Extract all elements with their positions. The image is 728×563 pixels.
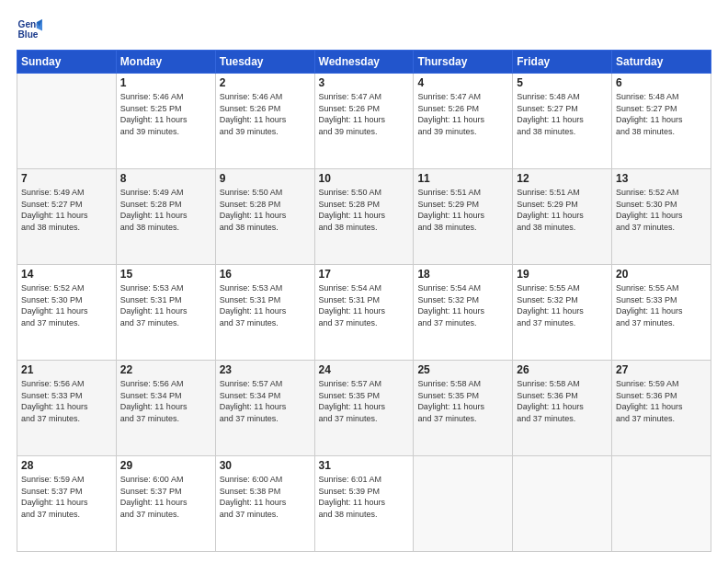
calendar-day-cell: 20Sunrise: 5:55 AM Sunset: 5:33 PM Dayli… xyxy=(612,265,711,361)
day-number: 7 xyxy=(21,172,112,185)
day-info: Sunrise: 5:53 AM Sunset: 5:31 PM Dayligh… xyxy=(120,282,211,328)
day-info: Sunrise: 6:00 AM Sunset: 5:37 PM Dayligh… xyxy=(120,474,211,520)
calendar-day-cell: 21Sunrise: 5:56 AM Sunset: 5:33 PM Dayli… xyxy=(17,361,117,456)
calendar-header-saturday: Saturday xyxy=(612,51,711,74)
day-number: 27 xyxy=(616,363,707,376)
calendar-week-row: 28Sunrise: 5:59 AM Sunset: 5:37 PM Dayli… xyxy=(17,456,711,552)
day-number: 31 xyxy=(319,459,410,472)
calendar-day-cell xyxy=(612,456,711,552)
calendar-day-cell: 23Sunrise: 5:57 AM Sunset: 5:34 PM Dayli… xyxy=(215,361,314,456)
day-number: 16 xyxy=(220,268,311,281)
day-number: 26 xyxy=(517,363,608,376)
calendar-day-cell xyxy=(414,456,513,552)
day-info: Sunrise: 5:55 AM Sunset: 5:32 PM Dayligh… xyxy=(517,282,608,328)
day-info: Sunrise: 5:50 AM Sunset: 5:28 PM Dayligh… xyxy=(220,187,311,233)
calendar-header-wednesday: Wednesday xyxy=(314,51,414,74)
day-number: 13 xyxy=(616,172,707,185)
calendar-day-cell: 12Sunrise: 5:51 AM Sunset: 5:29 PM Dayli… xyxy=(513,169,612,265)
day-number: 1 xyxy=(120,76,211,89)
calendar-day-cell: 27Sunrise: 5:59 AM Sunset: 5:36 PM Dayli… xyxy=(612,361,711,456)
day-number: 30 xyxy=(220,459,311,472)
day-info: Sunrise: 5:51 AM Sunset: 5:29 PM Dayligh… xyxy=(417,187,508,233)
calendar-day-cell: 11Sunrise: 5:51 AM Sunset: 5:29 PM Dayli… xyxy=(414,169,513,265)
calendar-header-thursday: Thursday xyxy=(414,51,513,74)
calendar-header-sunday: Sunday xyxy=(17,51,117,74)
calendar-day-cell: 16Sunrise: 5:53 AM Sunset: 5:31 PM Dayli… xyxy=(215,265,314,361)
day-info: Sunrise: 5:51 AM Sunset: 5:29 PM Dayligh… xyxy=(517,187,608,233)
calendar-day-cell: 7Sunrise: 5:49 AM Sunset: 5:27 PM Daylig… xyxy=(17,169,117,265)
calendar-day-cell: 24Sunrise: 5:57 AM Sunset: 5:35 PM Dayli… xyxy=(314,361,414,456)
day-info: Sunrise: 6:01 AM Sunset: 5:39 PM Dayligh… xyxy=(319,474,410,520)
calendar-day-cell xyxy=(513,456,612,552)
calendar-day-cell: 22Sunrise: 5:56 AM Sunset: 5:34 PM Dayli… xyxy=(116,361,215,456)
calendar-day-cell: 14Sunrise: 5:52 AM Sunset: 5:30 PM Dayli… xyxy=(17,265,117,361)
calendar-header-tuesday: Tuesday xyxy=(215,51,314,74)
day-info: Sunrise: 5:58 AM Sunset: 5:36 PM Dayligh… xyxy=(517,378,608,424)
day-number: 17 xyxy=(319,268,410,281)
day-info: Sunrise: 5:59 AM Sunset: 5:36 PM Dayligh… xyxy=(616,378,707,424)
calendar-table: SundayMondayTuesdayWednesdayThursdayFrid… xyxy=(17,50,711,552)
calendar-day-cell: 1Sunrise: 5:46 AM Sunset: 5:25 PM Daylig… xyxy=(116,74,215,169)
calendar-day-cell: 9Sunrise: 5:50 AM Sunset: 5:28 PM Daylig… xyxy=(215,169,314,265)
calendar-week-row: 7Sunrise: 5:49 AM Sunset: 5:27 PM Daylig… xyxy=(17,169,711,265)
day-number: 11 xyxy=(417,172,508,185)
day-number: 19 xyxy=(517,268,608,281)
day-number: 3 xyxy=(319,76,410,89)
calendar-day-cell: 19Sunrise: 5:55 AM Sunset: 5:32 PM Dayli… xyxy=(513,265,612,361)
day-number: 5 xyxy=(517,76,608,89)
day-number: 28 xyxy=(21,459,112,472)
calendar-day-cell: 18Sunrise: 5:54 AM Sunset: 5:32 PM Dayli… xyxy=(414,265,513,361)
day-info: Sunrise: 5:47 AM Sunset: 5:26 PM Dayligh… xyxy=(319,91,410,137)
day-info: Sunrise: 5:49 AM Sunset: 5:27 PM Dayligh… xyxy=(21,187,112,233)
calendar-day-cell: 15Sunrise: 5:53 AM Sunset: 5:31 PM Dayli… xyxy=(116,265,215,361)
day-info: Sunrise: 5:58 AM Sunset: 5:35 PM Dayligh… xyxy=(417,378,508,424)
calendar-day-cell: 6Sunrise: 5:48 AM Sunset: 5:27 PM Daylig… xyxy=(612,74,711,169)
day-info: Sunrise: 5:46 AM Sunset: 5:25 PM Dayligh… xyxy=(120,91,211,137)
day-number: 24 xyxy=(319,363,410,376)
calendar-day-cell xyxy=(17,74,117,169)
logo-icon: General Blue xyxy=(17,17,42,42)
day-info: Sunrise: 5:55 AM Sunset: 5:33 PM Dayligh… xyxy=(616,282,707,328)
logo: General Blue xyxy=(17,17,46,42)
day-info: Sunrise: 6:00 AM Sunset: 5:38 PM Dayligh… xyxy=(220,474,311,520)
calendar-day-cell: 30Sunrise: 6:00 AM Sunset: 5:38 PM Dayli… xyxy=(215,456,314,552)
calendar-day-cell: 31Sunrise: 6:01 AM Sunset: 5:39 PM Dayli… xyxy=(314,456,414,552)
day-number: 14 xyxy=(21,268,112,281)
day-info: Sunrise: 5:46 AM Sunset: 5:26 PM Dayligh… xyxy=(220,91,311,137)
day-info: Sunrise: 5:50 AM Sunset: 5:28 PM Dayligh… xyxy=(319,187,410,233)
calendar-day-cell: 8Sunrise: 5:49 AM Sunset: 5:28 PM Daylig… xyxy=(116,169,215,265)
day-number: 18 xyxy=(417,268,508,281)
day-info: Sunrise: 5:53 AM Sunset: 5:31 PM Dayligh… xyxy=(220,282,311,328)
day-number: 6 xyxy=(616,76,707,89)
calendar-day-cell: 17Sunrise: 5:54 AM Sunset: 5:31 PM Dayli… xyxy=(314,265,414,361)
day-info: Sunrise: 5:57 AM Sunset: 5:35 PM Dayligh… xyxy=(319,378,410,424)
day-info: Sunrise: 5:54 AM Sunset: 5:31 PM Dayligh… xyxy=(319,282,410,328)
calendar-day-cell: 10Sunrise: 5:50 AM Sunset: 5:28 PM Dayli… xyxy=(314,169,414,265)
day-info: Sunrise: 5:52 AM Sunset: 5:30 PM Dayligh… xyxy=(21,282,112,328)
day-info: Sunrise: 5:48 AM Sunset: 5:27 PM Dayligh… xyxy=(616,91,707,137)
day-info: Sunrise: 5:52 AM Sunset: 5:30 PM Dayligh… xyxy=(616,187,707,233)
day-info: Sunrise: 5:54 AM Sunset: 5:32 PM Dayligh… xyxy=(417,282,508,328)
day-number: 22 xyxy=(120,363,211,376)
page: General Blue SundayMondayTuesdayWednesda… xyxy=(0,0,728,563)
day-info: Sunrise: 5:48 AM Sunset: 5:27 PM Dayligh… xyxy=(517,91,608,137)
day-info: Sunrise: 5:56 AM Sunset: 5:34 PM Dayligh… xyxy=(120,378,211,424)
calendar-header-monday: Monday xyxy=(116,51,215,74)
calendar-header-friday: Friday xyxy=(513,51,612,74)
calendar-day-cell: 26Sunrise: 5:58 AM Sunset: 5:36 PM Dayli… xyxy=(513,361,612,456)
day-info: Sunrise: 5:49 AM Sunset: 5:28 PM Dayligh… xyxy=(120,187,211,233)
day-number: 9 xyxy=(220,172,311,185)
calendar-header-row: SundayMondayTuesdayWednesdayThursdayFrid… xyxy=(17,51,711,74)
calendar-day-cell: 29Sunrise: 6:00 AM Sunset: 5:37 PM Dayli… xyxy=(116,456,215,552)
calendar-day-cell: 25Sunrise: 5:58 AM Sunset: 5:35 PM Dayli… xyxy=(414,361,513,456)
day-number: 23 xyxy=(220,363,311,376)
day-number: 8 xyxy=(120,172,211,185)
calendar-week-row: 21Sunrise: 5:56 AM Sunset: 5:33 PM Dayli… xyxy=(17,361,711,456)
day-number: 10 xyxy=(319,172,410,185)
calendar-week-row: 14Sunrise: 5:52 AM Sunset: 5:30 PM Dayli… xyxy=(17,265,711,361)
calendar-day-cell: 3Sunrise: 5:47 AM Sunset: 5:26 PM Daylig… xyxy=(314,74,414,169)
calendar-week-row: 1Sunrise: 5:46 AM Sunset: 5:25 PM Daylig… xyxy=(17,74,711,169)
day-number: 15 xyxy=(120,268,211,281)
day-number: 2 xyxy=(220,76,311,89)
calendar-day-cell: 2Sunrise: 5:46 AM Sunset: 5:26 PM Daylig… xyxy=(215,74,314,169)
